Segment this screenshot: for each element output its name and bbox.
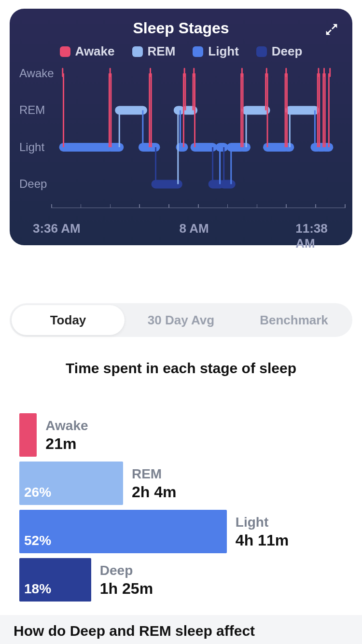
stage-name: Awake	[45, 417, 88, 434]
card-title: Sleep Stages	[17, 19, 345, 37]
x-axis-label: 3:36 AM	[33, 221, 81, 236]
legend-item-deep: Deep	[256, 44, 303, 59]
bottom-info-panel[interactable]: How do Deep and REM sleep affect	[0, 615, 362, 644]
legend-label: Deep	[272, 44, 303, 59]
section-title: Time spent in each stage of sleep	[0, 360, 362, 377]
stage-time: 2h 4m	[132, 482, 176, 502]
sleep-stages-card: Sleep Stages AwakeREMLightDeep AwakeREML…	[10, 9, 352, 245]
x-axis	[51, 208, 345, 215]
stage-name: Deep	[100, 562, 153, 579]
legend-label: Light	[208, 44, 239, 59]
y-axis-label: REM	[19, 103, 45, 117]
stage-bar: 52%	[19, 510, 227, 553]
stage-text: REM 2h 4m	[132, 465, 176, 502]
legend: AwakeREMLightDeep	[17, 44, 345, 59]
x-axis-label: 11:38 AM	[295, 221, 328, 251]
stage-bar	[19, 413, 37, 457]
stage-time: 21m	[45, 434, 88, 453]
x-axis-labels: 3:36 AM8 AM11:38 AM	[17, 221, 345, 237]
y-axis-label: Deep	[19, 177, 47, 191]
stage-row-awake: Awake 21m	[19, 413, 352, 457]
y-axis-label: Awake	[19, 67, 54, 80]
tabs: Today30 Day AvgBenchmark	[10, 303, 352, 337]
stage-text: Awake 21m	[45, 417, 88, 453]
stage-text: Light 4h 11m	[236, 514, 289, 550]
stage-time: 1h 25m	[100, 579, 153, 598]
x-axis-label: 8 AM	[180, 221, 209, 236]
bottom-info-title: How do Deep and REM sleep affect	[14, 623, 348, 639]
stage-bar: 18%	[19, 558, 91, 602]
legend-item-light: Light	[193, 44, 239, 59]
swatch-awake	[60, 46, 70, 57]
legend-label: REM	[148, 44, 176, 59]
stage-row-rem: 26% REM 2h 4m	[19, 462, 352, 505]
swatch-deep	[256, 46, 267, 57]
expand-icon[interactable]	[323, 21, 340, 38]
stage-name: Light	[236, 514, 289, 531]
swatch-rem	[132, 46, 143, 57]
tab-benchmark[interactable]: Benchmark	[237, 305, 350, 335]
stage-bars: Awake 21m 26% REM 2h 4m 52% Light 4h 11m…	[19, 413, 352, 602]
stage-bar: 26%	[19, 462, 123, 505]
legend-item-rem: REM	[132, 44, 176, 59]
stage-name: REM	[132, 465, 176, 482]
legend-item-awake: Awake	[60, 44, 115, 59]
stage-time: 4h 11m	[236, 531, 289, 550]
sleep-stages-chart[interactable]: AwakeREMLightDeep	[17, 68, 345, 208]
tab-30-day-avg[interactable]: 30 Day Avg	[125, 305, 237, 335]
stage-row-deep: 18% Deep 1h 25m	[19, 558, 352, 602]
legend-label: Awake	[75, 44, 115, 59]
tab-today[interactable]: Today	[12, 305, 125, 335]
swatch-light	[193, 46, 203, 57]
stage-row-light: 52% Light 4h 11m	[19, 510, 352, 553]
y-axis-label: Light	[19, 140, 44, 154]
stage-text: Deep 1h 25m	[100, 562, 153, 598]
